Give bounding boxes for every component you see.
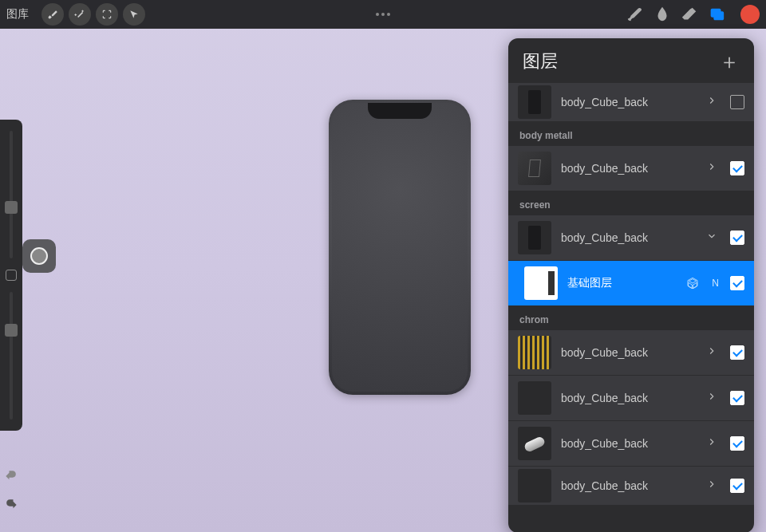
layer-row[interactable]: body_Cube_back (508, 467, 754, 505)
layer-thumbnail (518, 381, 551, 415)
layer-name: body_Cube_back (561, 162, 697, 175)
blend-mode-badge[interactable]: N (712, 278, 719, 289)
layer-name: body_Cube_back (561, 346, 697, 359)
layer-row[interactable]: body_Cube_back (508, 421, 754, 466)
wrench-icon[interactable] (41, 3, 64, 26)
chevron-right-icon[interactable] (706, 95, 721, 109)
visibility-checkbox[interactable] (730, 276, 744, 290)
group-header[interactable]: body metall (508, 122, 754, 146)
toolbar-left: 图库 (6, 3, 145, 26)
visibility-checkbox[interactable] (730, 479, 744, 493)
layer-name: body_Cube_back (561, 231, 697, 244)
chevron-right-icon[interactable] (706, 436, 721, 451)
eyedropper-knob[interactable] (22, 239, 56, 273)
undo-icon[interactable] (3, 468, 22, 487)
layer-thumbnail (518, 221, 551, 254)
layer-thumbnail (518, 85, 551, 119)
visibility-checkbox[interactable] (730, 161, 744, 175)
layer-row[interactable]: 基础图层N (508, 261, 754, 305)
layer-row[interactable]: body_Cube_back (508, 83, 754, 121)
chevron-right-icon[interactable] (706, 345, 721, 360)
more-icon[interactable] (376, 13, 390, 16)
toolbar-right (624, 3, 760, 26)
layers-panel: 图层 ＋ body_Cube_backbody metallbody_Cube_… (508, 38, 754, 532)
smudge-icon[interactable] (651, 3, 673, 26)
left-sidebar (0, 120, 22, 431)
brush-size-slider[interactable] (10, 131, 13, 258)
cube-icon (686, 277, 699, 290)
layers-list: body_Cube_backbody metallbody_Cube_backs… (508, 83, 754, 532)
sidebar-square-button[interactable] (6, 270, 17, 281)
layers-icon[interactable] (705, 3, 728, 26)
chevron-right-icon[interactable] (706, 479, 721, 493)
chevron-down-icon[interactable] (706, 231, 721, 245)
layer-thumbnail (524, 266, 558, 300)
wand-icon[interactable] (69, 3, 91, 26)
eraser-icon[interactable] (678, 3, 701, 26)
layer-row[interactable]: body_Cube_back (508, 215, 754, 260)
group-header[interactable]: chrom (508, 306, 754, 330)
layer-thumbnail (518, 152, 551, 185)
color-chip[interactable] (740, 5, 760, 24)
panel-header: 图层 ＋ (508, 38, 754, 83)
layer-name: body_Cube_back (561, 392, 697, 404)
chevron-right-icon[interactable] (706, 161, 721, 175)
redo-icon[interactable] (3, 497, 22, 516)
add-layer-icon[interactable]: ＋ (719, 51, 740, 72)
layer-thumbnail (518, 336, 551, 369)
layer-name: body_Cube_back (561, 437, 697, 450)
visibility-checkbox[interactable] (730, 231, 744, 245)
visibility-checkbox[interactable] (730, 95, 744, 109)
cursor-icon[interactable] (123, 3, 145, 26)
layer-name: 基础图层 (567, 276, 677, 290)
layer-row[interactable]: body_Cube_back (508, 330, 754, 375)
slider-thumb[interactable] (5, 201, 18, 214)
layer-name: body_Cube_back (561, 96, 697, 108)
panel-title: 图层 (523, 49, 558, 73)
layer-row[interactable]: body_Cube_back (508, 376, 754, 420)
layer-row[interactable]: body_Cube_back (508, 146, 754, 191)
visibility-checkbox[interactable] (730, 436, 744, 451)
visibility-checkbox[interactable] (730, 345, 744, 360)
group-header[interactable]: screen (508, 191, 754, 215)
undo-redo-group (3, 468, 22, 516)
slider-thumb[interactable] (5, 324, 18, 337)
opacity-slider[interactable] (10, 292, 13, 420)
layer-thumbnail (518, 427, 551, 460)
layer-name: body_Cube_back (561, 479, 697, 492)
selection-icon[interactable] (96, 3, 118, 26)
layer-thumbnail (518, 469, 551, 502)
phone-notch (368, 103, 432, 119)
visibility-checkbox[interactable] (730, 391, 744, 405)
top-toolbar: 图库 (0, 0, 766, 29)
brush-icon[interactable] (624, 3, 646, 26)
chevron-right-icon[interactable] (706, 391, 721, 405)
gallery-button[interactable]: 图库 (6, 7, 29, 22)
canvas-content[interactable] (329, 100, 471, 395)
